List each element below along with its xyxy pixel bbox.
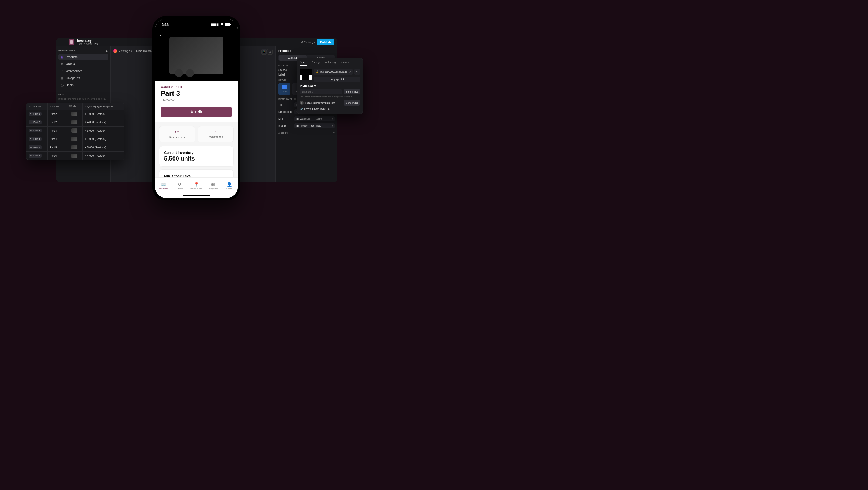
table-header-relation[interactable]: ↪Relation [26, 103, 48, 110]
phone-mockup: 3:18 ▮▮▮▮ ← WAREHOUSE 3 Part 3 ERO-CV1 [153, 16, 240, 200]
app-url-box: 🔒 inventory2023.glide.page ↗ [314, 69, 353, 75]
invite-email-input[interactable] [300, 89, 342, 94]
part-thumbnail [71, 128, 77, 133]
relation-icon: ↪ [30, 138, 32, 140]
table-row[interactable]: ↪Part 4Part 4+ 1,000 (Restock) [26, 135, 124, 143]
lock-icon: 🔒 [316, 70, 319, 73]
menu-section-label: MENU ▾ [58, 93, 108, 96]
table-row[interactable]: ↪Part 6Part 6+ 4,000 (Restock) [26, 152, 124, 160]
create-private-link-button[interactable]: 🔗 Create private invite link [300, 108, 360, 110]
sync-icon: ⟳ [178, 182, 182, 187]
description-field-label: Description [278, 110, 294, 113]
style-card-card[interactable]: Card [278, 83, 290, 95]
folder-icon: ▣ [296, 118, 299, 120]
share-tab[interactable]: Share [300, 61, 307, 66]
svg-rect-1 [230, 24, 231, 25]
sidebar-item-categories[interactable]: ▦ Categories [58, 75, 108, 81]
table-row[interactable]: ↪Part 2Part 2+ 1,000 (Restock) [26, 110, 124, 118]
add-screen-button[interactable]: + [105, 49, 108, 54]
chevron-down-icon: ▾ [66, 93, 68, 96]
grid-icon: ▦ [211, 182, 215, 187]
phone-tabbar: 📖 Products ⟳ Orders 📍 Warehouses ▦ Categ… [155, 177, 238, 194]
viewing-as-chip[interactable]: Viewing as Alma Malmberg ▾ [113, 49, 159, 53]
restock-button[interactable]: ⟳ Restock Item [159, 126, 195, 142]
card-style-icon [281, 85, 287, 89]
battery-icon [225, 23, 231, 26]
tab-orders[interactable]: ⟳ Orders [172, 177, 188, 194]
avatar-icon [113, 49, 117, 53]
warehouse-label: WAREHOUSE 3 [161, 86, 232, 89]
link-icon: 🔗 [300, 108, 303, 110]
status-time: 3:18 [162, 23, 169, 27]
sidebar-item-label: Categories [66, 76, 80, 79]
tab-users[interactable]: 👤 Users [221, 177, 238, 194]
signal-icon: ▮▮▮▮ [211, 23, 219, 27]
relation-icon: ↪ [30, 129, 32, 132]
book-icon: 📖 [161, 182, 166, 187]
drag-handle-icon[interactable]: ⋮⋮ [59, 40, 66, 44]
svg-rect-0 [225, 23, 230, 26]
relation-icon: ↪ [30, 154, 32, 157]
photo-icon: 🖼 [69, 105, 71, 108]
publish-button[interactable]: Publish [317, 39, 334, 45]
sidebar-item-orders[interactable]: ⟳ Orders [58, 61, 108, 67]
label-label: Label [278, 73, 294, 76]
template-icon: ⌗ [85, 105, 86, 108]
menu-hint: Drag screens here to show them in the si… [58, 98, 108, 100]
part-thumbnail [71, 154, 77, 158]
tab-warehouses[interactable]: 📍 Warehouses [188, 177, 205, 194]
product-hero: ← [155, 30, 238, 81]
part-thumbnail [71, 112, 77, 116]
info-icon[interactable]: i [293, 98, 296, 100]
sidebar-item-products[interactable]: ▤ Products [58, 54, 108, 60]
pin-icon: 📍 [194, 182, 199, 187]
edit-button[interactable]: ✎ Edit [161, 106, 232, 118]
desktop-device-button[interactable]: 🖥 [267, 49, 273, 55]
source-label: Source [278, 69, 294, 71]
part-thumbnail [71, 145, 77, 150]
home-indicator [183, 195, 210, 196]
mobile-device-button[interactable]: 📱 [261, 49, 267, 55]
table-header-photo[interactable]: 🖼Photo [66, 103, 83, 110]
meta-field-select[interactable]: ▣ Warehou› A Name ▾ [294, 116, 335, 122]
product-name: Part 3 [161, 89, 232, 98]
table-header-name[interactable]: AName [48, 103, 66, 110]
resend-invite-button[interactable]: Send invite [344, 100, 360, 105]
send-invite-button[interactable]: Send invite [344, 89, 360, 94]
app-url: inventory2023.glide.page [320, 70, 347, 73]
orders-icon: ⟳ [60, 62, 64, 66]
tab-categories[interactable]: ▦ Categories [205, 177, 221, 194]
sidebar-item-users[interactable]: ◯ Users [58, 82, 108, 88]
sidebar-item-label: Products [66, 55, 78, 59]
domain-tab[interactable]: Domain [340, 61, 349, 66]
image-field-select[interactable]: ▣ Product› 🖼 Photo ▾ [294, 123, 335, 128]
app-workspace: Tom Personal · Pro [77, 43, 98, 45]
table-row[interactable]: ↪Part 5Part 5+ 5,000 (Restock) [26, 143, 124, 152]
table-header-quantity[interactable]: ⌗Quantity Type Template [83, 103, 124, 110]
settings-button[interactable]: ⚙ Settings [301, 40, 315, 44]
open-link-icon[interactable]: ↗ [349, 70, 351, 73]
privacy-tab[interactable]: Privacy [311, 61, 320, 66]
table-row[interactable]: ↪Part 3Part 3+ 6,000 (Restock) [26, 127, 124, 135]
register-sale-button[interactable]: ↑ Register sale [198, 126, 234, 142]
relation-icon: ↪ [29, 105, 31, 108]
sidebar-item-warehouses[interactable]: ⌖ Warehouses [58, 68, 108, 74]
part-thumbnail [71, 137, 77, 141]
relation-icon: ↪ [30, 121, 32, 124]
publishing-tab[interactable]: Publishing [323, 61, 336, 66]
product-image [169, 37, 223, 74]
copy-link-button[interactable]: Copy app link [314, 77, 360, 82]
edit-url-button[interactable]: ✎ [354, 69, 360, 75]
app-title-block: Inventory Tom Personal · Pro [77, 39, 98, 45]
qr-code [300, 69, 312, 80]
table-row[interactable]: ↪Part 2Part 2+ 4,000 (Restock) [26, 118, 124, 127]
tab-products[interactable]: 📖 Products [155, 177, 172, 194]
app-logo [68, 39, 74, 45]
actions-section[interactable]: ACTIONS ▾ [278, 130, 335, 136]
product-sku: ERO-CV1 [161, 98, 232, 102]
back-button[interactable]: ← [159, 33, 164, 39]
pending-invite-row: S sebas.solari@heyglide.com Send invite [300, 100, 360, 105]
image-field-label: Image [278, 124, 294, 127]
upload-icon: ↑ [215, 130, 217, 134]
title-field-label: Title [278, 103, 294, 106]
